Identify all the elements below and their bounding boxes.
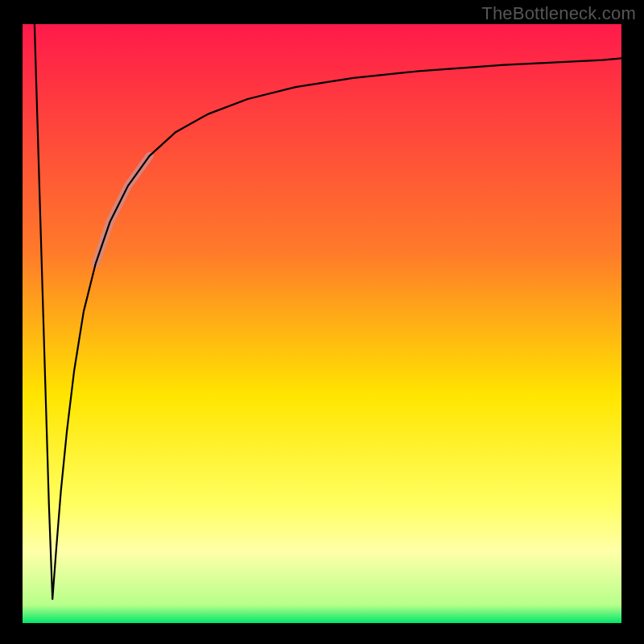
watermark-text: TheBottleneck.com <box>481 3 636 24</box>
plot-frame <box>23 24 621 623</box>
chart-stage: TheBottleneck.com <box>0 0 644 644</box>
gradient-background <box>23 24 621 623</box>
plot-svg <box>23 24 621 623</box>
